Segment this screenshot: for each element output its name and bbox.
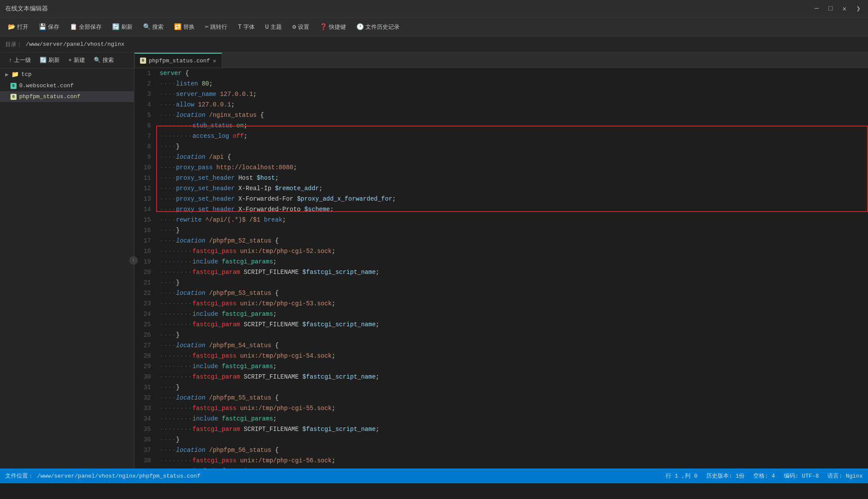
sidebar-search-button[interactable]: 🔍 搜索 xyxy=(90,55,117,65)
code-line-39: 39 ········include fastcgi_params; xyxy=(134,466,868,468)
font-button[interactable]: T 字体 xyxy=(233,21,259,33)
status-left: 文件位置： /www/server/panel/vhost/nginx/phpf… xyxy=(5,472,200,480)
sidebar-item-websocket[interactable]: G 0.websocket.conf xyxy=(0,80,134,91)
code-line-26: 26 ····} xyxy=(134,330,868,340)
line-number: 21 xyxy=(134,277,156,288)
code-line-18: 18 ········fastcgi_pass unix:/tmp/php-cg… xyxy=(134,246,868,256)
line-number: 14 xyxy=(134,204,156,215)
save-all-button[interactable]: 📋 全部保存 xyxy=(65,21,106,33)
indent: 空格: 4 xyxy=(753,472,775,480)
status-right: 行 1 ,列 0 历史版本: 1份 空格: 4 编码: UTF-8 语言: Ng… xyxy=(666,472,863,480)
maximize-button[interactable]: □ xyxy=(826,4,835,13)
code-line-9: 9 ····location /api { xyxy=(134,152,868,162)
code-content: ····listen 80; xyxy=(156,79,868,89)
code-content: ····} xyxy=(156,277,868,288)
code-content: ········fastcgi_pass unix:/tmp/php-cgi-5… xyxy=(156,351,868,361)
shortcut-button[interactable]: ❓ 快捷键 xyxy=(315,21,350,33)
file-g-icon-active: G xyxy=(10,94,17,100)
line-number: 3 xyxy=(134,89,156,99)
folder-icon: 📁 xyxy=(11,71,19,78)
sidebar: ↑ 上一级 🔄 刷新 + 新建 🔍 搜索 ▶ 📁 tcp G 0.websock… xyxy=(0,52,134,468)
code-content: ········include fastcgi_params; xyxy=(156,414,868,424)
line-number: 22 xyxy=(134,288,156,298)
code-content: ········include fastcgi_params; xyxy=(156,466,868,468)
line-number: 16 xyxy=(134,225,156,236)
open-icon: 📂 xyxy=(8,23,15,31)
line-number: 27 xyxy=(134,340,156,351)
sidebar-item-tcp[interactable]: ▶ 📁 tcp xyxy=(0,68,134,80)
line-number: 23 xyxy=(134,298,156,309)
code-line-37: 37 ····location /phpfpm_56_status { xyxy=(134,445,868,455)
sidebar-refresh-button[interactable]: 🔄 刷新 xyxy=(36,55,63,65)
history-button[interactable]: 🕐 文件历史记录 xyxy=(352,21,404,33)
code-line-35: 35 ········fastcgi_param SCRIPT_FILENAME… xyxy=(134,424,868,434)
line-number: 8 xyxy=(134,141,156,152)
line-number: 13 xyxy=(134,194,156,204)
close-button[interactable]: ✕ xyxy=(840,4,849,13)
settings-icon: ⚙ xyxy=(292,23,296,31)
line-number: 12 xyxy=(134,183,156,194)
language: 语言: Nginx xyxy=(827,472,863,480)
line-number: 7 xyxy=(134,131,156,141)
settings-button[interactable]: ⚙ 设置 xyxy=(288,21,313,33)
file-g-icon: G xyxy=(10,83,17,89)
line-number: 38 xyxy=(134,455,156,466)
code-line-33: 33 ········fastcgi_pass unix:/tmp/php-cg… xyxy=(134,403,868,414)
line-number: 2 xyxy=(134,79,156,89)
collapse-sidebar-button[interactable]: ‹ xyxy=(129,256,138,265)
jump-icon: ✂ xyxy=(205,23,208,31)
editor-tab-phpfpm[interactable]: G phpfpm_status.conf ✕ xyxy=(134,53,222,68)
line-number: 30 xyxy=(134,372,156,382)
line-number: 20 xyxy=(134,267,156,277)
code-content: server { xyxy=(156,68,868,79)
title-bar: 在线文本编辑器 ─ □ ✕ ❯ xyxy=(0,0,868,17)
search-button[interactable]: 🔍 搜索 xyxy=(139,21,168,33)
code-content: ········include fastcgi_params; xyxy=(156,256,868,267)
tab-close-button[interactable]: ✕ xyxy=(212,57,216,65)
sidebar-search-icon: 🔍 xyxy=(94,57,101,64)
code-content: ····location /phpfpm_56_status { xyxy=(156,445,868,455)
code-line-7: 7 ········access_log off; xyxy=(134,131,868,141)
editor-body[interactable]: 1 server { 2 ····listen 80; 3 ····server… xyxy=(134,68,868,468)
code-line-2: 2 ····listen 80; xyxy=(134,79,868,89)
expand-button[interactable]: ❯ xyxy=(854,4,863,13)
save-icon: 💾 xyxy=(39,23,46,31)
line-number: 39 xyxy=(134,466,156,468)
code-content: ····location /phpfpm_53_status { xyxy=(156,288,868,298)
code-line-29: 29 ········include fastcgi_params; xyxy=(134,361,868,372)
line-number: 11 xyxy=(134,173,156,183)
row-col: 行 1 ,列 0 xyxy=(666,472,697,480)
code-line-16: 16 ····} xyxy=(134,225,868,236)
refresh-button[interactable]: 🔄 刷新 xyxy=(108,21,137,33)
line-number: 15 xyxy=(134,215,156,225)
code-line-28: 28 ········fastcgi_pass unix:/tmp/php-cg… xyxy=(134,351,868,361)
code-content: ········fastcgi_param SCRIPT_FILENAME $f… xyxy=(156,267,868,277)
jump-button[interactable]: ✂ 跳转行 xyxy=(201,21,232,33)
code-line-3: 3 ····server_name 127.0.0.1; xyxy=(134,89,868,99)
code-content: ····location /nginx_status { xyxy=(156,110,868,120)
line-number: 36 xyxy=(134,434,156,445)
code-content: ····location /api { xyxy=(156,152,868,162)
code-content: ····location /phpfpm_55_status { xyxy=(156,393,868,403)
tab-filename: phpfpm_status.conf xyxy=(149,58,210,64)
code-content: ····server_name 127.0.0.1; xyxy=(156,89,868,99)
open-button[interactable]: 📂 打开 xyxy=(3,21,33,33)
editor-container: G phpfpm_status.conf ✕ 1 server { 2 ····… xyxy=(134,52,868,468)
theme-button[interactable]: U 主题 xyxy=(261,21,286,33)
sidebar-up-button[interactable]: ↑ 上一级 xyxy=(5,55,34,65)
sidebar-new-button[interactable]: + 新建 xyxy=(65,55,89,65)
code-line-21: 21 ····} xyxy=(134,277,868,288)
code-content: ····proxy_set_header X-Forwarded-For $pr… xyxy=(156,194,868,204)
line-number: 24 xyxy=(134,309,156,319)
sidebar-item-phpfpm[interactable]: G phpfpm_status.conf xyxy=(0,91,134,102)
minimize-button[interactable]: ─ xyxy=(812,4,821,13)
breadcrumb-bar: 目录： /www/server/panel/vhost/nginx xyxy=(0,37,868,52)
code-content: ········include fastcgi_params; xyxy=(156,309,868,319)
content-wrapper: ↑ 上一级 🔄 刷新 + 新建 🔍 搜索 ▶ 📁 tcp G 0.websock… xyxy=(0,52,868,468)
code-line-6: 6 ········stub_status on; xyxy=(134,120,868,131)
folder-expand-icon: ▶ xyxy=(5,71,9,78)
breadcrumb-label: 目录： xyxy=(5,41,22,48)
save-button[interactable]: 💾 保存 xyxy=(34,21,64,33)
line-number: 26 xyxy=(134,330,156,340)
replace-button[interactable]: 🔁 替换 xyxy=(170,21,199,33)
